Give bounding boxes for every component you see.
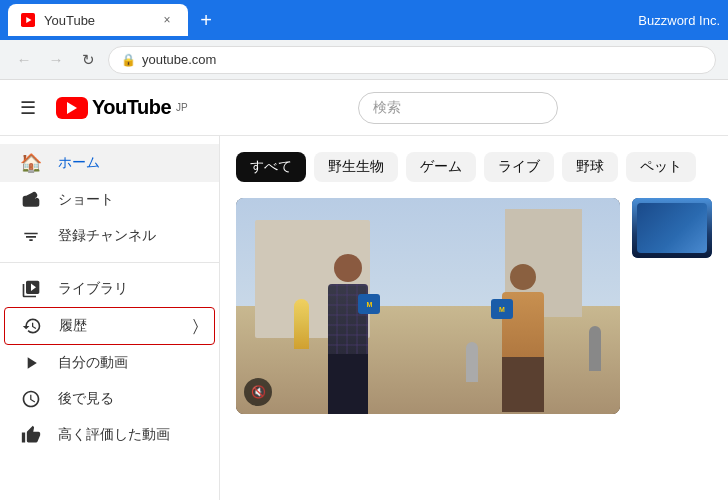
forward-button[interactable]: → [44,48,68,72]
side-thumb-inner-1 [632,198,712,258]
youtube-logo[interactable]: YouTubeJP [56,96,188,119]
sidebar-item-history[interactable]: 履歴 〉 [4,307,215,345]
address-bar[interactable]: 🔒 youtube.com [108,46,716,74]
shorts-icon [20,190,42,210]
sidebar-item-shorts[interactable]: ショート [0,182,219,218]
search-container: 検索 [358,92,558,124]
tab-favicon [20,12,36,28]
youtube-body: 🏠 ホーム ショート 登録チャンネル [0,136,728,500]
hamburger-menu-button[interactable]: ☰ [16,93,40,123]
youtube-logo-text: YouTube [92,96,171,119]
youtube-app: ☰ YouTubeJP 検索 🏠 ホーム ショート [0,80,728,500]
person-bg-3 [466,342,478,382]
search-input[interactable]: 検索 [358,92,558,124]
side-video-thumb-1[interactable] [632,198,712,258]
sidebar-my-videos-label: 自分の動画 [58,354,128,372]
sidebar-watch-later-label: 後で見る [58,390,114,408]
tab-close-button[interactable]: × [158,11,176,29]
main-video-thumbnail: M M [236,198,620,414]
browser-titlebar: YouTube × + Buzzword Inc. [0,0,728,40]
youtube-logo-sup: JP [176,102,188,113]
youtube-main-content: すべて 野生生物 ゲーム ライブ 野球 ペット [220,136,728,500]
chip-all[interactable]: すべて [236,152,306,182]
sidebar-item-my-videos[interactable]: 自分の動画 [0,345,219,381]
sidebar-library-label: ライブラリ [58,280,128,298]
sidebar-divider-1 [0,262,219,263]
cursor-indicator: 〉 [193,317,198,335]
sidebar-subscriptions-label: 登録チャンネル [58,227,156,245]
chip-live[interactable]: ライブ [484,152,554,182]
browser-top-right-text: Buzzword Inc. [638,13,720,28]
library-icon [20,279,42,299]
sidebar-item-home[interactable]: 🏠 ホーム [0,144,219,182]
video-scene: M M [236,198,620,414]
url-text: youtube.com [142,52,216,67]
sidebar-item-watch-later[interactable]: 後で見る [0,381,219,417]
filter-chips-container: すべて 野生生物 ゲーム ライブ 野球 ペット [236,152,712,182]
browser-addressbar: ← → ↻ 🔒 youtube.com [0,40,728,80]
chip-baseball[interactable]: 野球 [562,152,618,182]
sidebar-liked-label: 高く評価した動画 [58,426,170,444]
mute-button[interactable]: 🔇 [244,378,272,406]
watch-later-icon [20,389,42,409]
sidebar-history-label: 履歴 [59,317,87,335]
sidebar-shorts-label: ショート [58,191,114,209]
side-video-column [632,198,712,414]
person-bg-1 [294,299,309,349]
sidebar-item-liked[interactable]: 高く評価した動画 [0,417,219,453]
new-tab-button[interactable]: + [192,6,220,34]
history-icon [21,316,43,336]
liked-icon [20,425,42,445]
active-tab[interactable]: YouTube × [8,4,188,36]
youtube-header: ☰ YouTubeJP 検索 [0,80,728,136]
person-mid-2: M [496,264,551,414]
person-mid-1: M [320,254,375,414]
chip-gaming[interactable]: ゲーム [406,152,476,182]
sidebar-home-label: ホーム [58,154,100,172]
subscriptions-icon [20,226,42,246]
chip-wildlife[interactable]: 野生生物 [314,152,398,182]
my-videos-icon [20,353,42,373]
lock-icon: 🔒 [121,53,136,67]
back-button[interactable]: ← [12,48,36,72]
search-placeholder: 検索 [373,99,401,117]
person-bg-2 [589,326,601,371]
youtube-sidebar: 🏠 ホーム ショート 登録チャンネル [0,136,220,500]
chip-pets[interactable]: ペット [626,152,696,182]
main-video-card[interactable]: M M [236,198,620,414]
home-icon: 🏠 [20,152,42,174]
refresh-button[interactable]: ↻ [76,48,100,72]
sidebar-item-library[interactable]: ライブラリ [0,271,219,307]
video-grid: M M [236,198,712,414]
sidebar-item-subscriptions[interactable]: 登録チャンネル [0,218,219,254]
tab-title: YouTube [44,13,150,28]
youtube-logo-icon [56,97,88,119]
